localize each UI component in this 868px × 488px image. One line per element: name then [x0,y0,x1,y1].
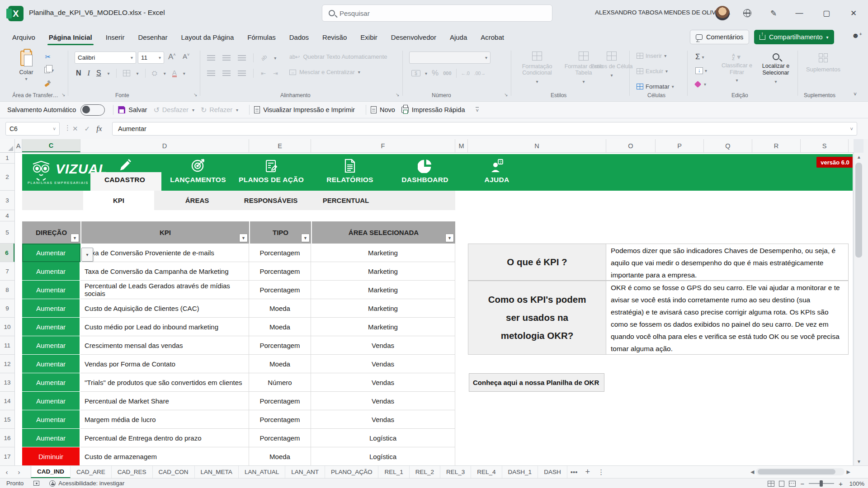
tipo-cell[interactable]: Moeda [249,299,311,318]
collapse-ribbon-icon[interactable]: ˅ [854,91,857,98]
draw-pen-icon[interactable]: ✎ [767,6,780,20]
tipo-cell[interactable]: Porcentagem [249,429,311,447]
direction-cell[interactable]: Aumentar [22,262,80,281]
column-header[interactable]: F [311,139,455,152]
row-header[interactable]: 8 [0,281,14,299]
sheet-tab[interactable]: CAD_RES [112,466,153,478]
sheet-tab[interactable]: REL_2 [410,466,440,478]
shrink-font-button[interactable]: A˅ [183,52,189,60]
horizontal-scrollbar[interactable]: ◀ ▶ [750,466,863,477]
vertical-scrollbar-thumb[interactable] [855,163,862,258]
direction-cell[interactable]: Aumentar [22,392,80,410]
direction-cell[interactable]: Diminuir [22,447,80,465]
row-header[interactable]: 14 [0,392,14,410]
sheet-tab[interactable]: REL_1 [378,466,409,478]
sheet-tab[interactable]: LAN_ANT [285,466,325,478]
zoom-slider[interactable] [809,483,834,484]
sheet-tab[interactable]: LAN_META [195,466,239,478]
accessibility-status[interactable]: Acessibilidade: investigar [58,480,124,487]
tipo-cell[interactable]: Porcentagem [249,281,311,299]
insert-cells-button[interactable]: Inserir▾ [637,52,666,59]
increase-decimal-button[interactable]: ←.0 [461,70,470,76]
fill-color-button[interactable]: ⛭ [152,69,157,77]
italic-button[interactable]: I [88,69,90,77]
quick-print-button[interactable]: Impressão Rápida [401,106,465,113]
kpi-cell[interactable]: Custo médio por Lead do inbound marketin… [80,318,249,336]
scroll-up-icon[interactable]: ▲ [854,153,864,161]
hscroll-right-icon[interactable]: ▶ [846,469,850,475]
row-header[interactable]: 7 [0,262,14,281]
column-header[interactable]: Q [704,139,752,152]
network-icon[interactable] [741,6,754,20]
nav-tab-lancamentos[interactable]: LANÇAMENTOS [164,154,232,191]
row-header[interactable]: 9 [0,299,14,318]
new-document-button[interactable]: Novo [371,106,395,113]
decrease-decimal-button[interactable]: .00→ [474,70,486,76]
underline-button[interactable]: S [96,69,101,77]
autosum-button[interactable]: Σ▾ [695,52,707,62]
share-button[interactable]: Compartilhamento ▾ [754,30,834,44]
minimize-button[interactable]: — [788,0,811,26]
sheet-tab[interactable]: REL_3 [440,466,471,478]
align-center-icon[interactable] [222,70,231,76]
zoom-level[interactable]: 100% [847,480,864,487]
column-header[interactable]: N [468,139,606,152]
search-input[interactable]: Pesquisar [322,5,552,22]
direction-cell[interactable]: Aumentar [22,244,80,262]
area-cell[interactable]: Marketing [311,262,455,281]
maximize-button[interactable]: ▢ [815,0,838,26]
sheet-tab[interactable]: PLANO_AÇÃO [325,466,379,478]
filter-direcao-button[interactable]: ▼ [71,234,79,242]
subtab-areas[interactable]: ÁREAS [163,191,231,210]
row-header[interactable]: 16 [0,429,14,447]
tipo-cell[interactable]: Porcentagem [249,410,311,429]
cut-button[interactable]: ✂ [44,52,54,62]
subtab-kpi[interactable]: KPI [83,191,154,210]
bold-button[interactable]: N [76,69,81,77]
okr-planilha-link[interactable]: Conheça aqui a nossa Planilha de OKR [469,373,604,392]
sheet-options-icon[interactable]: ⋮ [594,466,608,478]
area-cell[interactable]: Logística [311,447,455,465]
area-cell[interactable]: Vendas [311,410,455,429]
tipo-cell[interactable]: Moeda [249,447,311,465]
new-sheet-button[interactable]: + [581,466,594,478]
ribbon-tab[interactable]: Dados [283,28,315,46]
horizontal-scrollbar-thumb[interactable] [758,469,835,474]
decrease-indent-button[interactable]: ⇤ [261,70,266,77]
column-header[interactable]: C [22,139,80,152]
row-header[interactable]: 13 [0,373,14,392]
ribbon-tab[interactable]: Página Inicial [43,28,98,46]
area-cell[interactable]: Logística [311,429,455,447]
wrap-text-button[interactable]: ab↩ Quebrar Texto Automaticamente [289,53,387,60]
ribbon-tab[interactable]: Layout da Página [175,28,240,46]
row-header[interactable]: 5 [0,221,14,244]
column-header[interactable]: D [80,139,249,152]
area-cell[interactable]: Vendas [311,336,455,355]
direction-cell[interactable]: Aumentar [22,355,80,373]
normal-view-icon[interactable] [768,481,774,487]
percent-button[interactable]: % [432,69,439,78]
scroll-down-icon[interactable]: ▼ [854,457,864,465]
increase-indent-button[interactable]: ⇥ [273,70,278,77]
column-header[interactable]: R [752,139,801,152]
row-header[interactable]: 17 [0,447,14,465]
clear-button[interactable]: ▾ [695,79,707,89]
nav-tab-relatorios[interactable]: RELATÓRIOS [316,154,384,191]
zoom-slider-knob[interactable] [820,480,823,487]
kpi-cell[interactable]: Margem média de lucro [80,410,249,429]
format-painter-button[interactable] [44,78,54,89]
autosave-toggle[interactable] [80,104,105,116]
tipo-cell[interactable]: Porcentagem [249,244,311,262]
more-sheets-icon[interactable]: ••• [567,466,581,478]
area-cell[interactable]: Marketing [311,299,455,318]
row-header[interactable]: 6 [0,244,14,262]
currency-button[interactable]: $ [411,70,420,76]
area-cell[interactable]: Vendas [311,373,455,392]
comments-button[interactable]: Comentários [690,30,749,44]
sheet-tab[interactable]: LAN_ATUAL [239,466,285,478]
area-cell[interactable]: Marketing [311,318,455,336]
kpi-cell[interactable]: Vendas por Forma de Contato [80,355,249,373]
filter-kpi-button[interactable]: ▼ [239,234,248,242]
ribbon-tab[interactable]: Desenvolvedor [385,28,442,46]
row-header[interactable]: 12 [0,355,14,373]
